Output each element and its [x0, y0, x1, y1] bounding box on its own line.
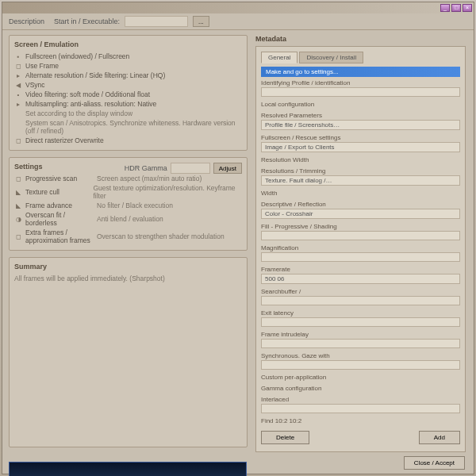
option-label: Direct rasterizer Overwrite: [25, 136, 104, 144]
add-button[interactable]: Add: [419, 431, 460, 444]
metadata-panel: General Discovery / Install Make and go …: [255, 46, 466, 452]
settings-panel: Settings HDR Gamma Adjust ◻Progressive s…: [9, 157, 248, 251]
field-value[interactable]: [261, 317, 460, 327]
screen-panel-title: Screen / Emulation: [14, 40, 242, 48]
option-label[interactable]: Video filtering: soft mode / Odditional …: [25, 90, 150, 98]
field-value[interactable]: [261, 231, 460, 240]
field-label: Frame intrudelay: [261, 331, 460, 338]
field-label: Width: [261, 190, 460, 197]
field-value[interactable]: [261, 87, 460, 97]
field-label: Resolutions / Trimming: [261, 167, 460, 175]
close-button[interactable]: ×: [463, 4, 472, 12]
option-label[interactable]: Fullscreen (windowed) / Fullscreen: [25, 52, 129, 60]
option-label[interactable]: VSync: [25, 81, 45, 89]
titlebar: _ □ ×: [2, 2, 474, 13]
option-label[interactable]: Overscan fit / borderless: [25, 211, 97, 227]
option-label[interactable]: Multisampling: anti-aliass. resolution: …: [25, 100, 156, 108]
delete-button[interactable]: Delete: [261, 431, 309, 444]
description-label: Description: [9, 17, 44, 25]
tri-icon: ◣: [14, 202, 22, 209]
summary-panel: Summary All frames will be applied immed…: [9, 257, 248, 447]
tab-discovery[interactable]: Discovery / Install: [299, 52, 363, 63]
arrow-left-icon: ◀: [14, 81, 22, 89]
highlight-bar[interactable]: Make and go to settings...: [261, 67, 460, 77]
checkbox-icon[interactable]: ◻: [14, 232, 22, 240]
bullet-icon: •: [14, 90, 22, 98]
option-label[interactable]: Alternate resolution / Side filtering: L…: [25, 71, 165, 79]
field-label: Resolution Width: [261, 156, 460, 163]
browse-button[interactable]: ...: [193, 16, 209, 27]
field-label: Identifying Profile / identification: [261, 79, 460, 86]
field-label: Resolved Parameters: [261, 112, 460, 119]
arrow-icon: ▸: [14, 100, 22, 108]
minimize-button[interactable]: _: [440, 4, 450, 12]
field-label: Find 10:2 10:2: [261, 417, 460, 424]
field-label: Fullscreen / Rescue settings: [261, 134, 460, 141]
tab-general[interactable]: General: [261, 52, 298, 63]
toolbar: Description Start in / Executable: ...: [2, 13, 474, 30]
tri-icon: ◣: [14, 188, 22, 196]
path-input[interactable]: [125, 16, 188, 27]
hdr-input[interactable]: [171, 163, 210, 174]
settings-panel-title: Settings: [14, 163, 43, 171]
checkbox-icon[interactable]: ◻: [14, 175, 22, 182]
option-detail: Guest texture optimization/resolution. K…: [93, 184, 242, 200]
hdr-adjust-button[interactable]: Adjust: [213, 163, 242, 174]
field-value[interactable]: 500 06: [261, 274, 460, 284]
half-icon: ◑: [14, 215, 22, 223]
field-label: Framerate: [261, 266, 460, 273]
option-label: Use Frame: [25, 62, 59, 70]
right-column: Metadata General Discovery / Install Mak…: [252, 30, 474, 459]
main-window: _ □ × Description Start in / Executable:…: [2, 2, 474, 474]
field-label: Exit latency: [261, 309, 460, 317]
path-label: Start in / Executable:: [54, 17, 120, 25]
option-label: System scan / Anisotropics. Synchronize …: [25, 119, 242, 135]
right-title: Metadata: [255, 35, 466, 43]
arrow-icon: ▸: [14, 71, 22, 79]
field-label: Synchronous. Gaze with: [261, 352, 460, 359]
bottom-button-row: Close / Accept: [404, 456, 465, 470]
tab-row: General Discovery / Install: [261, 52, 460, 63]
close-accept-button[interactable]: Close / Accept: [404, 456, 465, 470]
summary-panel-title: Summary: [14, 263, 242, 271]
option-label: Progressive scan: [25, 175, 97, 182]
checkbox-icon[interactable]: ◻: [14, 62, 22, 70]
field-value[interactable]: Texture. Fault dialog /…: [261, 175, 460, 186]
hdr-label: HDR Gamma: [125, 164, 167, 172]
field-label: Local configuration: [261, 101, 460, 108]
left-column: Screen / Emulation ▪Fullscreen (windowed…: [2, 30, 252, 459]
option-label: Extra frames / approximation frames: [25, 228, 97, 244]
field-value[interactable]: [261, 404, 460, 413]
option-detail: Screen aspect (max/min auto ratio): [97, 175, 202, 182]
option-detail: Overscan to strengthen shader modulation: [97, 232, 225, 240]
option-label: Set according to the display window: [25, 109, 132, 117]
option-detail: No filter / Black execution: [97, 202, 173, 209]
screen-panel: Screen / Emulation ▪Fullscreen (windowed…: [9, 35, 248, 151]
field-label: Descriptive / Reflection: [261, 201, 460, 208]
option-label[interactable]: Texture cull: [25, 188, 93, 196]
field-value[interactable]: Profile file / Screenshots…: [261, 120, 460, 130]
field-value[interactable]: [261, 252, 460, 262]
field-value[interactable]: Image / Export to Clients: [261, 142, 460, 152]
field-value[interactable]: [261, 339, 460, 348]
field-label: Gamma configuration: [261, 385, 460, 392]
field-value[interactable]: Color - Crosshair: [261, 209, 460, 219]
field-label: Custom per-application: [261, 374, 460, 381]
blank-icon: [14, 123, 22, 131]
bullet-icon: ▪: [14, 52, 22, 60]
checkbox-icon[interactable]: ◻: [14, 136, 22, 144]
option-detail: Anti blend / evaluation: [97, 215, 163, 223]
brand-banner: XENIA EMULATOR: [9, 462, 247, 476]
field-label: Interlaced: [261, 396, 460, 403]
blank-icon: [14, 109, 22, 117]
field-value[interactable]: [261, 360, 460, 370]
option-label[interactable]: Frame advance: [25, 202, 97, 209]
field-label: Magnification: [261, 244, 460, 251]
field-label: Fill - Progressive / Shading: [261, 223, 460, 230]
field-label: Searchbuffer /: [261, 288, 460, 295]
summary-text: All frames will be applied immediately. …: [14, 274, 242, 283]
maximize-button[interactable]: □: [451, 4, 461, 12]
field-value[interactable]: [261, 296, 460, 305]
